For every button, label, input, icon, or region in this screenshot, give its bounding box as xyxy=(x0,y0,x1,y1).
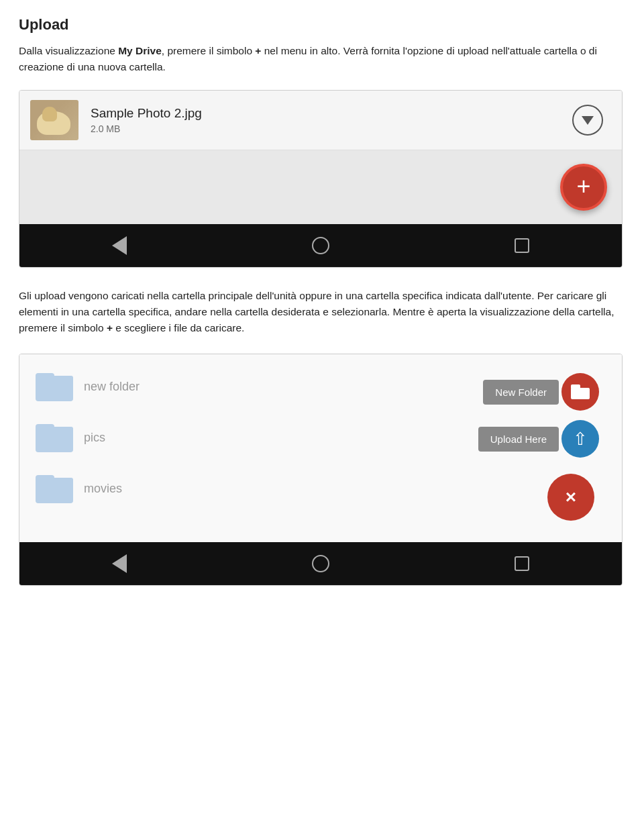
upload-icon: ⇧ xyxy=(573,430,588,448)
intro-paragraph: Dalla visualizzazione My Drive, premere … xyxy=(19,43,625,75)
new-folder-button[interactable] xyxy=(561,373,599,411)
android-nav-bar-2 xyxy=(19,542,622,585)
file-thumbnail xyxy=(30,100,78,140)
fab-menu-item-upload-here: Upload Here ⇧ xyxy=(478,420,599,458)
upload-here-label[interactable]: Upload Here xyxy=(478,427,559,452)
mid-bold-1: + xyxy=(107,322,113,333)
dropdown-arrow-icon xyxy=(582,116,594,125)
fab-menu: New Folder Upload Here ⇧ × xyxy=(458,366,606,530)
fab-area: + xyxy=(19,150,622,224)
fab-add-button[interactable]: + xyxy=(560,164,607,211)
page-title: Upload xyxy=(19,16,625,34)
mid-paragraph: Gli upload vengono caricati nella cartel… xyxy=(19,288,625,336)
plus-icon: + xyxy=(576,174,590,199)
android-nav-bar xyxy=(19,224,622,267)
list-item: pics xyxy=(36,421,458,454)
folder-name: pics xyxy=(84,431,105,445)
folder-name: movies xyxy=(84,482,122,496)
folder-icon xyxy=(36,421,73,454)
file-size: 2.0 MB xyxy=(91,123,572,134)
folder-icon xyxy=(571,384,590,399)
home-icon[interactable] xyxy=(312,237,329,254)
folder-list: new folder pics movies xyxy=(36,366,458,530)
back-icon[interactable] xyxy=(112,236,127,255)
dropdown-button[interactable] xyxy=(572,105,603,136)
new-folder-label[interactable]: New Folder xyxy=(483,380,559,405)
folder-icon xyxy=(36,472,73,505)
list-item: new folder xyxy=(36,370,458,403)
folder-list-area: new folder pics movies New Folder xyxy=(19,354,622,542)
folder-name: new folder xyxy=(84,380,140,394)
intro-text-1: Dalla visualizzazione xyxy=(19,45,118,56)
back-icon[interactable] xyxy=(112,554,127,573)
recent-icon[interactable] xyxy=(515,556,529,571)
close-icon: × xyxy=(566,488,576,507)
upload-here-button[interactable]: ⇧ xyxy=(561,420,599,458)
file-row: Sample Photo 2.jpg 2.0 MB xyxy=(19,91,622,150)
folder-icon xyxy=(36,370,73,403)
screenshot-2: new folder pics movies New Folder xyxy=(19,354,623,586)
intro-text-2: , premere il simbolo xyxy=(162,45,256,56)
fab-close-button[interactable]: × xyxy=(547,474,594,521)
intro-bold-1: My Drive xyxy=(118,45,162,56)
mid-text-2: e scegliere i file da caricare. xyxy=(113,322,244,333)
recent-icon[interactable] xyxy=(515,238,529,253)
screenshot-1: Sample Photo 2.jpg 2.0 MB + xyxy=(19,90,623,268)
home-icon[interactable] xyxy=(312,555,329,572)
fab-menu-item-new-folder: New Folder xyxy=(483,373,599,411)
file-info: Sample Photo 2.jpg 2.0 MB xyxy=(91,106,572,134)
file-name: Sample Photo 2.jpg xyxy=(91,106,572,121)
list-item: movies xyxy=(36,472,458,505)
